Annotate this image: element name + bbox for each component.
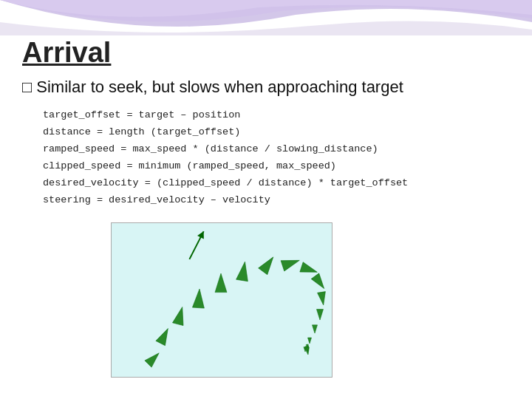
code-line-2: distance = length (target_offset) bbox=[43, 124, 517, 141]
code-block: target_offset = target – position distan… bbox=[43, 107, 517, 209]
code-line-3: ramped_speed = max_speed * (distance / s… bbox=[43, 141, 517, 158]
top-banner bbox=[0, 0, 532, 35]
code-line-6: steering = desired_velocity – velocity bbox=[43, 192, 517, 209]
bullet-icon: □ bbox=[22, 78, 32, 96]
subtitle: □Similar to seek, but slows when approac… bbox=[22, 78, 517, 97]
main-content: Arrival □Similar to seek, but slows when… bbox=[22, 37, 517, 392]
page-title: Arrival bbox=[22, 37, 517, 69]
code-line-5: desired_velocity = (clipped_speed / dist… bbox=[43, 175, 517, 192]
subtitle-text: Similar to seek, but slows when approach… bbox=[36, 78, 403, 96]
code-line-1: target_offset = target – position bbox=[43, 107, 517, 124]
code-line-4: clipped_speed = minimum (ramped_speed, m… bbox=[43, 158, 517, 175]
arrival-diagram bbox=[111, 222, 332, 378]
